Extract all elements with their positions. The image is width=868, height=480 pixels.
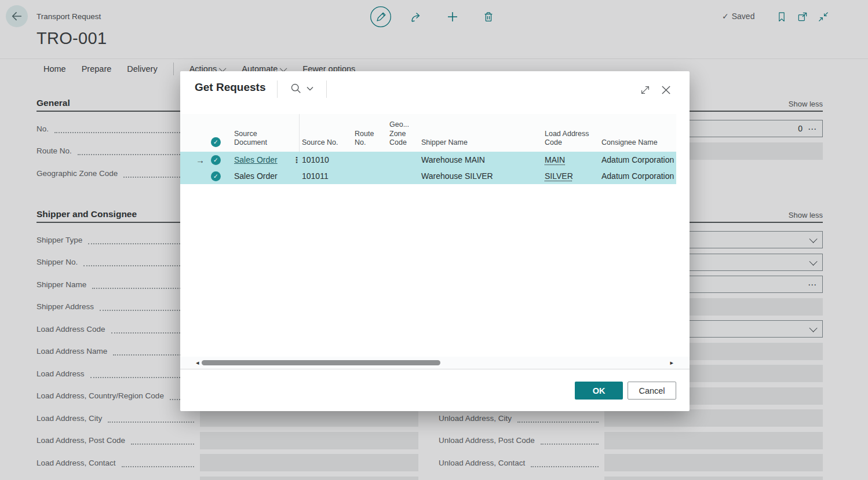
- column-header-load-address-code[interactable]: Load Address Code: [545, 130, 601, 148]
- search-icon: [290, 83, 302, 94]
- table-row[interactable]: ✓ Sales Order 101011 Warehouse SILVER SI…: [180, 168, 676, 184]
- close-dialog-button[interactable]: [659, 83, 672, 96]
- expand-diagonal-icon: [640, 85, 650, 95]
- kebab-menu-icon[interactable]: ⋮: [291, 155, 302, 164]
- column-header-source-document[interactable]: Source Document: [228, 130, 291, 148]
- consignee-name-cell: Adatum Corporation: [601, 155, 676, 164]
- row-checkbox[interactable]: ✓: [211, 171, 228, 181]
- consignee-name-cell: Adatum Corporation: [601, 171, 676, 181]
- dialog-footer: OK Cancel: [180, 369, 690, 411]
- source-document-cell: Sales Order: [228, 171, 291, 181]
- close-icon: [661, 85, 671, 95]
- scroll-right-arrow[interactable]: ▸: [670, 358, 673, 368]
- horizontal-scrollbar[interactable]: ◂ ▸: [180, 357, 690, 369]
- header-divider: [277, 80, 278, 98]
- dialog-title: Get Requests: [195, 81, 265, 94]
- grid-body: → ✓ Sales Order ⋮ 101010 Warehouse MAIN …: [180, 152, 676, 184]
- check-circle-icon: ✓: [211, 137, 221, 147]
- load-address-code-link[interactable]: SILVER: [545, 171, 573, 181]
- scrollbar-thumb[interactable]: [202, 360, 440, 365]
- expand-dialog-button[interactable]: [639, 83, 651, 96]
- column-header-consignee-name[interactable]: Consignee Name: [601, 138, 676, 148]
- column-header-geo-zone-code[interactable]: Geo... Zone Code: [389, 120, 421, 148]
- get-requests-dialog: Get Requests: [180, 71, 690, 411]
- row-checkbox[interactable]: ✓: [211, 155, 228, 165]
- source-no-cell: 101010: [302, 155, 355, 164]
- search-button[interactable]: [290, 83, 313, 94]
- table-row[interactable]: → ✓ Sales Order ⋮ 101010 Warehouse MAIN …: [180, 152, 676, 168]
- shipper-name-cell: Warehouse SILVER: [421, 171, 545, 181]
- grid-header-row: ✓ Source Document Source No. Route No. G…: [180, 114, 676, 152]
- load-address-code-link[interactable]: MAIN: [545, 155, 565, 164]
- select-all-checkbox[interactable]: ✓: [211, 137, 228, 148]
- scroll-left-arrow[interactable]: ◂: [196, 358, 199, 368]
- shipper-name-cell: Warehouse MAIN: [421, 155, 545, 164]
- column-header-shipper-name[interactable]: Shipper Name: [421, 138, 545, 148]
- column-header-route-no[interactable]: Route No.: [355, 130, 389, 148]
- source-no-cell: 101011: [302, 171, 355, 181]
- column-header-source-no[interactable]: Source No.: [302, 138, 355, 148]
- source-document-link[interactable]: Sales Order: [234, 155, 278, 164]
- check-circle-icon: ✓: [211, 171, 221, 181]
- ok-button[interactable]: OK: [575, 382, 623, 400]
- header-divider: [326, 80, 327, 98]
- current-row-arrow-icon: →: [196, 155, 205, 165]
- screen: Transport Request: [0, 0, 868, 480]
- freeze-pane-divider: [299, 114, 300, 152]
- check-circle-icon: ✓: [211, 155, 221, 165]
- cancel-button[interactable]: Cancel: [628, 382, 676, 400]
- chevron-down-icon: [307, 86, 313, 91]
- dialog-header: Get Requests: [180, 71, 690, 107]
